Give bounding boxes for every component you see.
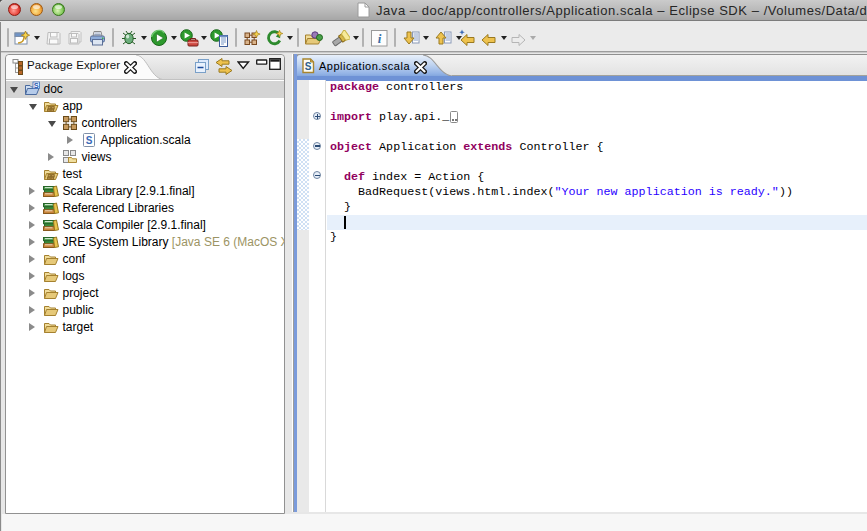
svg-text:S: S — [305, 61, 312, 72]
svg-text:i: i — [378, 31, 382, 46]
svg-text:S: S — [86, 135, 93, 146]
svg-text:S: S — [34, 81, 39, 90]
